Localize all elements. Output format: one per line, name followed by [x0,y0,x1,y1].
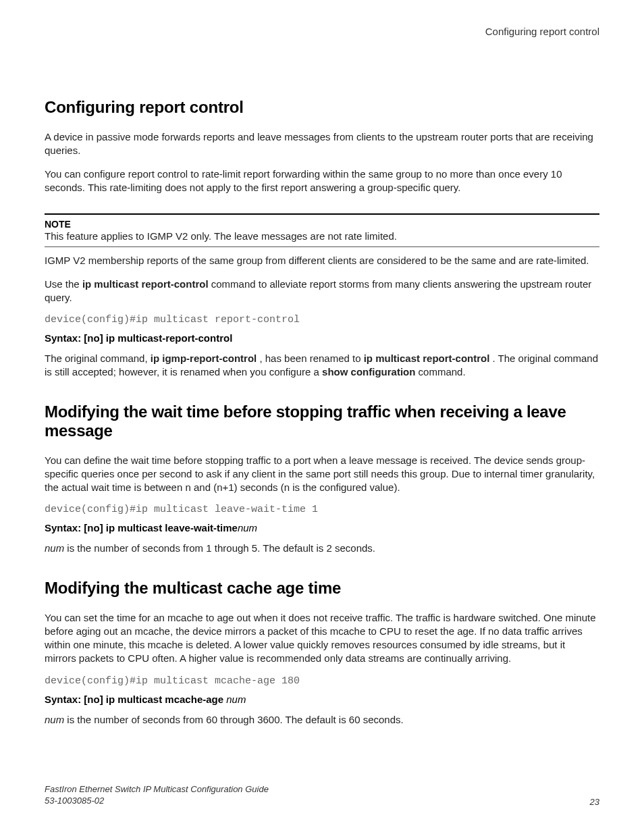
text: Use the [45,278,82,290]
body-text: You can set the time for an mcache to ag… [45,611,599,666]
note-label: NOTE [45,219,599,230]
code-block: device(config)#ip multicast mcache-age 1… [45,675,599,687]
text: is the number of seconds from 60 through… [64,714,404,725]
body-text: A device in passive mode forwards report… [45,130,599,158]
body-text: IGMP V2 membership reports of the same g… [45,254,599,267]
command-name: ip multicast report-control [364,353,490,364]
section-report-control: Configuring report control A device in p… [45,98,599,380]
section-mcache-age: Modifying the multicast cache age time Y… [45,579,599,727]
syntax-line: Syntax: [no] ip multicast-report-control [45,332,599,344]
text: is the number of seconds from 1 through … [64,542,375,554]
section-wait-time: Modifying the wait time before stopping … [45,402,599,556]
command-name: ip igmp-report-control [151,353,257,364]
body-text: num is the number of seconds from 60 thr… [45,713,599,727]
syntax-text: Syntax: [no] ip multicast leave-wait-tim… [45,522,238,533]
page-footer: FastIron Ethernet Switch IP Multicast Co… [45,783,599,807]
code-block: device(config)#ip multicast leave-wait-t… [45,504,599,515]
text: command. [415,366,465,377]
command-name: show configuration [322,366,415,377]
code-block: device(config)#ip multicast report-contr… [45,314,599,325]
note-text: This feature applies to IGMP V2 only. Th… [45,230,599,243]
footer-doc-number: 53-1003085-02 [45,795,269,807]
page-content: Configuring report control Configuring r… [0,0,644,727]
heading-mcache-age: Modifying the multicast cache age time [45,579,599,598]
note-block: NOTE This feature applies to IGMP V2 onl… [45,213,599,247]
command-name: ip multicast report-control [82,278,209,290]
body-text: num is the number of seconds from 1 thro… [45,542,599,555]
running-header: Configuring report control [45,26,599,37]
body-text: The original command, ip igmp-report-con… [45,352,599,380]
footer-doc-title: FastIron Ethernet Switch IP Multicast Co… [45,783,269,796]
syntax-text: Syntax: [no] ip multicast mcache-age [45,694,226,705]
footer-page-number: 23 [590,797,599,807]
param-name: num [45,542,64,554]
syntax-param: num [226,694,246,705]
syntax-line: Syntax: [no] ip multicast mcache-age num [45,694,599,705]
text: , has been renamed to [257,353,363,364]
body-text: You can define the wait time before stop… [45,454,599,495]
syntax-line: Syntax: [no] ip multicast leave-wait-tim… [45,522,599,533]
syntax-param: num [238,522,257,533]
footer-left: FastIron Ethernet Switch IP Multicast Co… [45,783,269,807]
body-text: Use the ip multicast report-control comm… [45,278,599,305]
heading-report-control: Configuring report control [45,98,599,117]
heading-wait-time: Modifying the wait time before stopping … [45,402,599,440]
body-text: You can configure report control to rate… [45,167,599,195]
param-name: num [45,714,64,725]
text: The original command, [45,353,151,364]
